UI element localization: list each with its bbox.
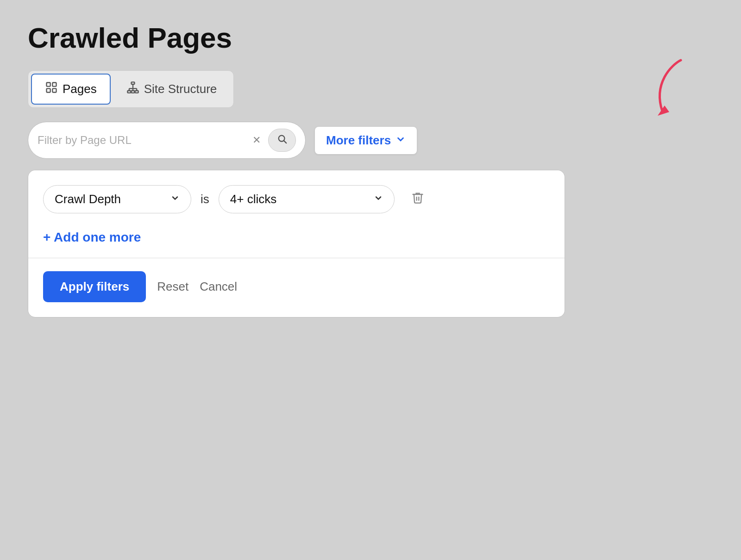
svg-rect-6: [127, 91, 131, 93]
reset-label: Reset: [157, 280, 188, 293]
search-placeholder: Filter by Page URL: [38, 134, 247, 147]
delete-filter-area: [404, 187, 428, 211]
svg-line-15: [284, 141, 286, 143]
tab-pages-label: Pages: [63, 82, 97, 96]
bottom-actions: Apply filters Reset Cancel: [43, 258, 550, 317]
more-filters-chevron-icon: [396, 134, 406, 147]
filter-is-label: is: [201, 192, 209, 206]
pages-icon: [45, 81, 58, 97]
tab-site-structure-label: Site Structure: [144, 82, 217, 96]
svg-rect-1: [47, 83, 50, 87]
apply-filters-label: Apply filters: [60, 280, 129, 293]
filter-row: Crawl Depth is 4+ clicks: [43, 185, 550, 213]
filter-value-dropdown[interactable]: 4+ clicks: [219, 185, 395, 213]
filter-type-chevron-icon: [170, 193, 180, 205]
search-magnifier-icon: [277, 134, 287, 147]
arrow-annotation: [625, 56, 690, 131]
svg-rect-3: [47, 89, 50, 93]
search-button[interactable]: [268, 129, 296, 152]
main-container: Crawled Pages Pages: [0, 0, 593, 340]
apply-filters-button[interactable]: Apply filters: [43, 271, 146, 302]
tab-site-structure[interactable]: Site Structure: [113, 74, 231, 105]
search-and-filters-row: Filter by Page URL ✕ More filters: [28, 122, 565, 159]
reset-button[interactable]: Reset: [157, 280, 188, 294]
more-filters-button[interactable]: More filters: [315, 127, 417, 154]
page-title: Crawled Pages: [28, 22, 565, 54]
svg-rect-8: [135, 91, 138, 93]
svg-rect-4: [52, 89, 56, 93]
cancel-label: Cancel: [200, 280, 237, 293]
delete-filter-button[interactable]: [408, 187, 428, 211]
tab-pages[interactable]: Pages: [31, 74, 111, 105]
site-structure-icon: [126, 81, 139, 97]
filter-panel: Crawl Depth is 4+ clicks: [28, 170, 565, 317]
svg-rect-5: [131, 82, 134, 85]
filter-type-label: Crawl Depth: [55, 192, 121, 206]
search-clear-icon[interactable]: ✕: [252, 134, 261, 146]
add-one-more-label: + Add one more: [43, 230, 141, 245]
search-box: Filter by Page URL ✕: [28, 122, 306, 159]
filter-value-chevron-icon: [374, 193, 383, 205]
svg-rect-2: [52, 83, 56, 87]
filter-type-dropdown[interactable]: Crawl Depth: [43, 185, 191, 213]
svg-rect-7: [131, 91, 134, 93]
more-filters-label: More filters: [326, 133, 391, 148]
tabs-container: Pages Site Structure: [28, 70, 234, 108]
add-one-more-button[interactable]: + Add one more: [43, 226, 141, 258]
filter-value-label: 4+ clicks: [230, 192, 276, 206]
svg-marker-0: [658, 106, 669, 116]
tabs-row: Pages Site Structure: [28, 70, 565, 108]
cancel-button[interactable]: Cancel: [200, 280, 237, 294]
